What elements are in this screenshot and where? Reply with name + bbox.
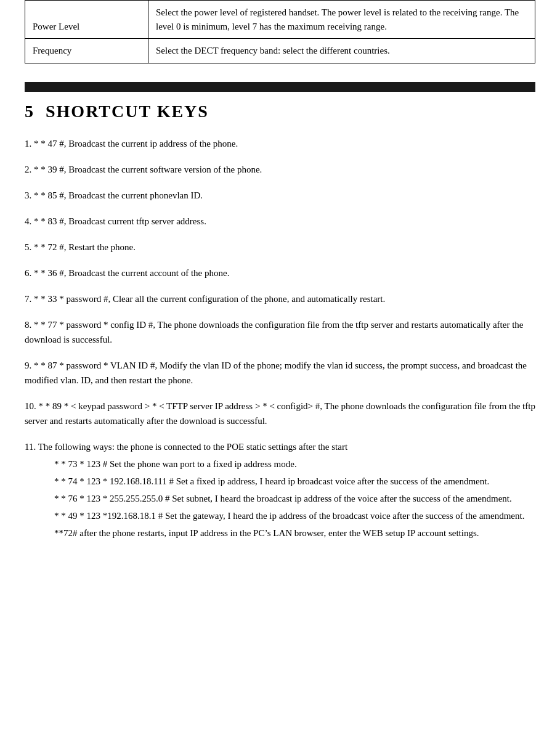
table-desc-0: Select the power level of registered han…: [148, 1, 535, 39]
shortcut-item-11-sub-1: * * 74 * 123 * 192.168.18.111 # Set a fi…: [25, 474, 535, 489]
shortcut-item-11-main: 11. The following ways: the phone is con…: [25, 439, 535, 454]
shortcut-item-6: 6. * * 36 #, Broadcast the current accou…: [25, 266, 535, 280]
info-table: Power LevelSelect the power level of reg…: [25, 0, 535, 63]
shortcut-item-5: 5. * * 72 #, Restart the phone.: [25, 240, 535, 254]
shortcut-item-9: 9. * * 87 * password * VLAN ID #, Modify…: [25, 358, 535, 388]
page-container: Power LevelSelect the power level of reg…: [0, 0, 560, 576]
shortcut-item-11: 11. The following ways: the phone is con…: [25, 439, 535, 540]
shortcut-item-7: 7. * * 33 * password #, Clear all the cu…: [25, 291, 535, 306]
shortcut-item-11-sub-2: * * 76 * 123 * 255.255.255.0 # Set subne…: [25, 491, 535, 506]
shortcut-item-11-sub-0: * * 73 * 123 # Set the phone wan port to…: [25, 457, 535, 471]
shortcut-item-8: 8. * * 77 * password * config ID #, The …: [25, 317, 535, 347]
shortcut-item-2: 2. * * 39 #, Broadcast the current softw…: [25, 162, 535, 177]
shortcut-item-11-sub-3: * * 49 * 123 *192.168.18.1 # Set the gat…: [25, 508, 535, 523]
shortcut-item-3: 3. * * 85 #, Broadcast the current phone…: [25, 188, 535, 203]
table-desc-1: Select the DECT frequency band: select t…: [148, 39, 535, 63]
shortcut-item-4: 4. * * 83 #, Broadcast current tftp serv…: [25, 214, 535, 229]
section-divider: [25, 82, 535, 92]
shortcuts-list: 1. * * 47 #, Broadcast the current ip ad…: [25, 136, 535, 428]
section-title: SHORTCUT KEYS: [46, 102, 209, 121]
section-number: 5: [25, 102, 34, 121]
shortcut-item-1: 1. * * 47 #, Broadcast the current ip ad…: [25, 136, 535, 151]
section-heading: 5 SHORTCUT KEYS: [25, 102, 535, 121]
table-label-1: Frequency: [25, 39, 148, 63]
table-label-0: Power Level: [25, 1, 148, 39]
shortcut-item-10: 10. * * 89 * < keypad password > * < TFT…: [25, 399, 535, 428]
shortcut-item-11-subs: * * 73 * 123 # Set the phone wan port to…: [25, 457, 535, 540]
shortcut-item-11-sub-4: **72# after the phone restarts, input IP…: [25, 526, 535, 540]
